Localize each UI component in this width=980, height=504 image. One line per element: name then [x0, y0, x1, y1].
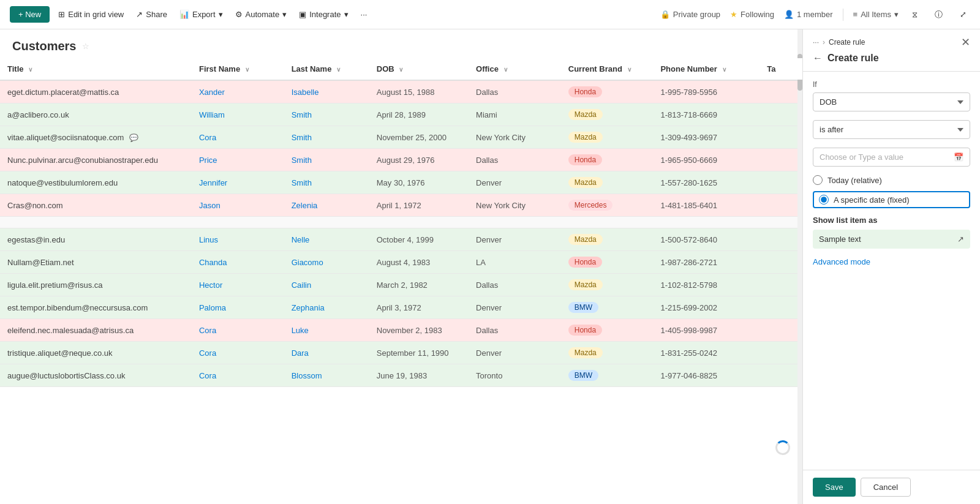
radio-today-label: Today (relative)	[827, 176, 882, 185]
col-header-firstname[interactable]: First Name ∨	[192, 58, 284, 80]
cell-lastname: Smith	[284, 126, 369, 149]
cell-ta	[760, 103, 802, 126]
date-value-input[interactable]: Choose or Type a value 📅	[813, 148, 970, 167]
email-link[interactable]: natoque@vestibulumlorem.edu	[7, 178, 118, 187]
expand-button[interactable]: ⤢	[956, 7, 970, 21]
email-link[interactable]: Nunc.pulvinar.arcu@conubianostraper.edu	[7, 156, 158, 165]
cell-office: LA	[469, 251, 561, 274]
cell-title: a@aclibero.co.uk	[0, 103, 192, 126]
cell-ta	[760, 80, 802, 103]
col-header-lastname[interactable]: Last Name ∨	[284, 58, 369, 80]
page-title: Customers	[12, 39, 76, 53]
cell-ta	[760, 171, 802, 194]
filter-button[interactable]: ⧖	[908, 7, 921, 22]
private-group: 🔒 Private group	[660, 10, 720, 19]
breadcrumb-dots[interactable]: ···	[813, 38, 819, 47]
field-select[interactable]: DOB	[813, 92, 970, 111]
table-row[interactable]: vitae.aliquet@sociisnatoque.com 💬CoraSmi…	[0, 126, 802, 149]
col-header-ta[interactable]: Ta	[760, 58, 802, 80]
scrollbar-track[interactable]	[797, 29, 802, 504]
operator-select[interactable]: is after	[813, 120, 970, 139]
share-button[interactable]: ↗ Share	[132, 7, 171, 21]
table-row[interactable]: Nunc.pulvinar.arcu@conubianostraper.eduP…	[0, 149, 802, 171]
cell-lastname	[284, 217, 369, 228]
brand-badge: Mercedes	[568, 200, 613, 211]
email-link[interactable]: tristique.aliquet@neque.co.uk	[7, 348, 112, 358]
cell-lastname: Smith	[284, 171, 369, 194]
cell-phone: 1-813-718-6669	[653, 103, 760, 126]
cell-brand: Mazda	[561, 126, 654, 149]
table-row[interactable]: eleifend.nec.malesuada@atrisus.caCoraLuk…	[0, 319, 802, 342]
email-link[interactable]: a@aclibero.co.uk	[7, 110, 69, 119]
cell-title: Cras@non.com	[0, 194, 192, 217]
cell-dob: March 2, 1982	[369, 274, 469, 296]
table-row[interactable]: Nullam@Etiam.netChandaGiacomoAugust 4, 1…	[0, 251, 802, 274]
email-link[interactable]: vitae.aliquet@sociisnatoque.com	[7, 133, 124, 142]
filter-lines-icon: ≡	[853, 10, 858, 19]
email-link[interactable]: egestas@in.edu	[7, 235, 65, 244]
cell-lastname: Zelenia	[284, 194, 369, 217]
col-header-phone[interactable]: Phone Number ∨	[653, 58, 760, 80]
table-row[interactable]: egestas@in.eduLinusNelleOctober 4, 1999D…	[0, 228, 802, 251]
cell-ta	[760, 319, 802, 342]
table-row[interactable]: ligula.elit.pretium@risus.caHectorCailin…	[0, 274, 802, 296]
sample-text-edit-icon[interactable]: ↗	[957, 235, 964, 244]
cell-lastname: Cailin	[284, 274, 369, 296]
new-button[interactable]: + New	[10, 6, 50, 23]
operator-section: is after	[813, 120, 970, 139]
email-link[interactable]: Cras@non.com	[7, 201, 63, 210]
brand-badge: Mazda	[568, 234, 603, 245]
table-row[interactable]: tristique.aliquet@neque.co.ukCoraDaraSep…	[0, 342, 802, 364]
automate-button[interactable]: ⚙ Automate ▾	[232, 7, 291, 21]
table-row[interactable]: natoque@vestibulumlorem.eduJenniferSmith…	[0, 171, 802, 194]
email-link[interactable]: augue@luctuslobortisClass.co.uk	[7, 371, 125, 380]
more-button[interactable]: ···	[357, 7, 371, 21]
lock-icon: 🔒	[660, 10, 670, 19]
export-button[interactable]: 📊 Export ▾	[176, 7, 227, 21]
panel-header: ← Create rule	[803, 49, 980, 72]
cell-title: eget.dictum.placerat@mattis.ca	[0, 80, 192, 103]
cell-lastname: Nelle	[284, 228, 369, 251]
cell-lastname: Smith	[284, 103, 369, 126]
table-row[interactable]: augue@luctuslobortisClass.co.ukCoraBloss…	[0, 364, 802, 387]
cell-brand: Mercedes	[561, 194, 654, 217]
table-row[interactable]: Cras@non.comJasonZeleniaApril 1, 1972New…	[0, 194, 802, 217]
email-link[interactable]: ligula.elit.pretium@risus.ca	[7, 280, 103, 290]
col-header-dob[interactable]: DOB ∨	[369, 58, 469, 80]
all-items-filter[interactable]: ≡ All Items ▾	[853, 10, 899, 19]
advanced-mode-link[interactable]: Advanced mode	[813, 257, 970, 266]
panel-close-button[interactable]: ✕	[961, 36, 970, 49]
radio-today-input[interactable]	[813, 175, 823, 185]
cell-dob: November 25, 2000	[369, 126, 469, 149]
data-table: Title ∨ First Name ∨ Last Name ∨ DOB ∨	[0, 58, 802, 387]
col-header-brand[interactable]: Current Brand ∨	[561, 58, 654, 80]
cell-phone: 1-102-812-5798	[653, 274, 760, 296]
col-header-office[interactable]: Office ∨	[469, 58, 561, 80]
automate-chevron-icon: ▾	[282, 10, 287, 19]
integrate-button[interactable]: ▣ Integrate ▾	[295, 7, 352, 21]
info-button[interactable]: ⓘ	[931, 7, 946, 23]
save-button[interactable]: Save	[813, 478, 856, 497]
table-row[interactable]: eget.dictum.placerat@mattis.caXanderIsab…	[0, 80, 802, 103]
table-row[interactable]: a@aclibero.co.ukWilliamSmithApril 28, 19…	[0, 103, 802, 126]
side-panel: ··· › Create rule ✕ ← Create rule If DOB…	[802, 29, 980, 504]
cancel-button[interactable]: Cancel	[861, 478, 911, 497]
col-header-title[interactable]: Title ∨	[0, 58, 192, 80]
cell-phone	[653, 217, 760, 228]
panel-back-button[interactable]: ←	[813, 53, 823, 64]
email-link[interactable]: est.tempor.bibendum@neccursusa.com	[7, 303, 148, 312]
email-link[interactable]: Nullam@Etiam.net	[7, 258, 74, 267]
table-row[interactable]: est.tempor.bibendum@neccursusa.comPaloma…	[0, 296, 802, 319]
email-link[interactable]: eget.dictum.placerat@mattis.ca	[7, 88, 119, 97]
radio-specific-date-input[interactable]	[819, 195, 829, 205]
edit-grid-button[interactable]: ⊞ Edit in grid view	[55, 7, 127, 21]
radio-specific-date[interactable]: A specific date (fixed)	[813, 191, 970, 208]
integrate-icon: ▣	[299, 10, 306, 19]
radio-today[interactable]: Today (relative)	[813, 175, 970, 185]
following-button[interactable]: ★ Following	[730, 10, 774, 19]
email-link[interactable]: eleifend.nec.malesuada@atrisus.ca	[7, 326, 134, 335]
table-row[interactable]	[0, 217, 802, 228]
cell-brand: Mazda	[561, 342, 654, 364]
favorite-star-icon[interactable]: ☆	[82, 42, 89, 51]
divider	[843, 9, 843, 21]
